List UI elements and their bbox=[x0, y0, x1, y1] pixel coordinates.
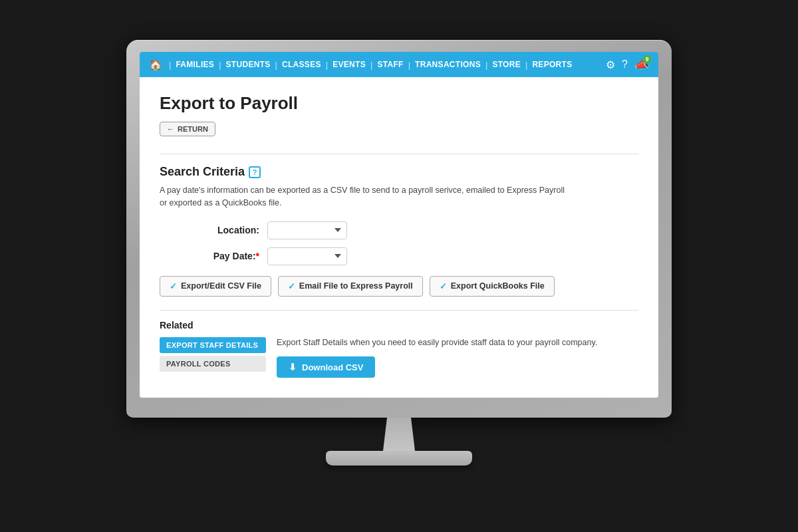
nav-sep-3: | bbox=[326, 60, 328, 70]
related-description: Export Staff Details when you need to ea… bbox=[277, 337, 638, 378]
page-title: Export to Payroll bbox=[160, 93, 638, 114]
nav-transactions[interactable]: TRANSACTIONS bbox=[413, 60, 483, 69]
export-quickbooks-label: Export QuickBooks File bbox=[451, 281, 545, 291]
nav-sep-0: | bbox=[169, 60, 171, 70]
nav-events[interactable]: EVENTS bbox=[331, 60, 368, 69]
related-desc-text: Export Staff Details when you need to ea… bbox=[277, 337, 638, 349]
monitor-neck bbox=[379, 418, 419, 451]
nav-families[interactable]: FAMILIES bbox=[174, 60, 216, 69]
pay-date-select[interactable] bbox=[267, 247, 347, 265]
arrow-left-icon: ← bbox=[167, 125, 174, 133]
return-label: RETURN bbox=[178, 125, 208, 133]
export-csv-label: Export/Edit CSV File bbox=[181, 281, 261, 291]
related-title: Related bbox=[160, 320, 638, 331]
navbar: 🏠 | FAMILIES | STUDENTS | CLASSES | EVEN… bbox=[140, 52, 658, 77]
main-content: Export to Payroll ← RETURN Search Criter… bbox=[140, 77, 658, 398]
pay-date-row: Pay Date:* bbox=[200, 247, 638, 265]
email-express-label: Email File to Express Payroll bbox=[299, 281, 413, 291]
nav-sep-5: | bbox=[408, 60, 410, 70]
nav-sep-4: | bbox=[370, 60, 372, 70]
notification-badge: 9 bbox=[642, 55, 652, 64]
home-icon[interactable]: 🏠 bbox=[149, 59, 162, 71]
nav-students[interactable]: STUDENTS bbox=[224, 60, 273, 69]
email-express-button[interactable]: ✓ Email File to Express Payroll bbox=[278, 276, 423, 297]
notification-button[interactable]: 📣 9 bbox=[634, 57, 649, 72]
monitor-shell: 🏠 | FAMILIES | STUDENTS | CLASSES | EVEN… bbox=[126, 40, 672, 492]
section-help-icon[interactable]: ? bbox=[249, 166, 261, 178]
related-links: EXPORT STAFF DETAILS PAYROLL CODES bbox=[160, 337, 266, 372]
return-button[interactable]: ← RETURN bbox=[160, 122, 215, 136]
section-title-text: Search Criteria bbox=[160, 165, 245, 179]
screen: 🏠 | FAMILIES | STUDENTS | CLASSES | EVEN… bbox=[140, 52, 658, 398]
nav-sep-6: | bbox=[485, 60, 487, 70]
nav-classes[interactable]: CLASSES bbox=[280, 60, 323, 69]
settings-icon[interactable]: ⚙ bbox=[606, 59, 615, 71]
check-icon-3: ✓ bbox=[440, 281, 447, 291]
nav-reports[interactable]: REPORTS bbox=[530, 60, 574, 69]
related-export-staff-button[interactable]: EXPORT STAFF DETAILS bbox=[160, 337, 266, 353]
related-payroll-codes-button[interactable]: PAYROLL CODES bbox=[160, 356, 266, 372]
export-csv-button[interactable]: ✓ Export/Edit CSV File bbox=[160, 276, 271, 297]
monitor-base bbox=[326, 451, 472, 466]
description-text: A pay date's information can be exported… bbox=[160, 184, 572, 209]
pay-date-label: Pay Date:* bbox=[200, 251, 259, 261]
pay-date-label-text: Pay Date: bbox=[213, 251, 256, 261]
monitor-bezel: 🏠 | FAMILIES | STUDENTS | CLASSES | EVEN… bbox=[126, 40, 672, 418]
related-content: EXPORT STAFF DETAILS PAYROLL CODES Expor… bbox=[160, 337, 638, 378]
divider-2 bbox=[160, 310, 638, 311]
help-icon[interactable]: ? bbox=[622, 59, 628, 70]
export-quickbooks-button[interactable]: ✓ Export QuickBooks File bbox=[430, 276, 555, 297]
nav-staff[interactable]: STAFF bbox=[375, 60, 405, 69]
location-label: Location: bbox=[200, 225, 259, 235]
location-row: Location: bbox=[200, 221, 638, 239]
nav-sep-1: | bbox=[219, 60, 221, 70]
action-buttons: ✓ Export/Edit CSV File ✓ Email File to E… bbox=[160, 276, 638, 297]
nav-sep-7: | bbox=[525, 60, 527, 70]
nav-right: ⚙ ? 📣 9 bbox=[606, 57, 649, 72]
download-csv-button[interactable]: ⬇ Download CSV bbox=[277, 356, 375, 378]
location-select[interactable] bbox=[267, 221, 347, 239]
nav-sep-2: | bbox=[275, 60, 277, 70]
nav-store[interactable]: STORE bbox=[490, 60, 523, 69]
check-icon-2: ✓ bbox=[288, 281, 295, 291]
check-icon-1: ✓ bbox=[170, 281, 177, 291]
download-label: Download CSV bbox=[302, 362, 363, 372]
required-indicator: * bbox=[256, 251, 259, 261]
divider-1 bbox=[160, 154, 638, 154]
section-title: Search Criteria ? bbox=[160, 165, 638, 179]
download-icon: ⬇ bbox=[289, 362, 297, 372]
